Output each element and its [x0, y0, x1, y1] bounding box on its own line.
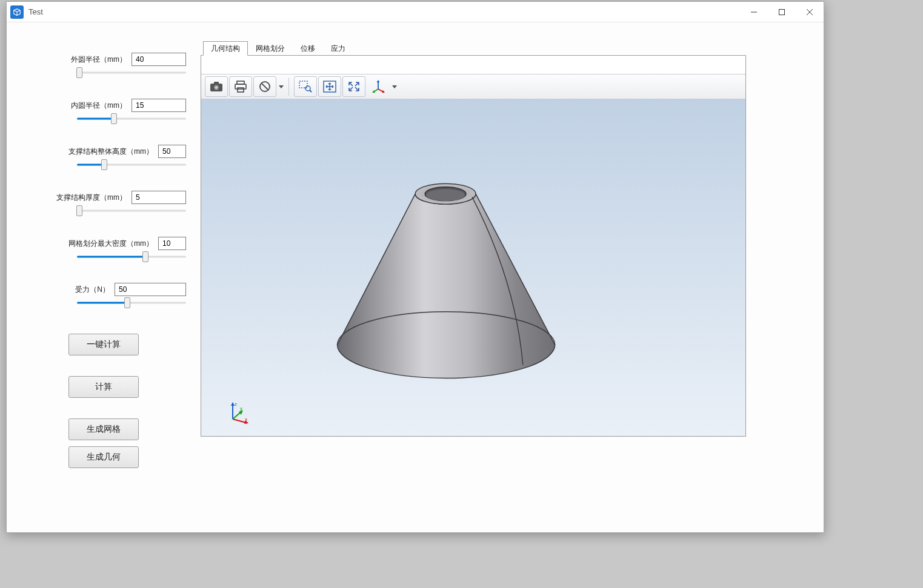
svg-rect-10	[238, 88, 244, 92]
force-input[interactable]	[115, 283, 186, 296]
compute-button[interactable]: 计算	[68, 376, 139, 398]
svg-line-15	[310, 90, 312, 92]
print-icon[interactable]	[229, 76, 252, 97]
titlebar: Test	[7, 2, 824, 22]
app-window: Test 外圆半径（mm）	[6, 1, 824, 533]
toolbar-separator	[288, 78, 289, 96]
axis-y-label: y	[240, 406, 242, 411]
svg-line-25	[233, 419, 246, 423]
svg-rect-5	[214, 82, 219, 84]
minimize-button[interactable]	[740, 2, 768, 22]
maximize-button[interactable]	[768, 2, 796, 22]
thickness-input[interactable]	[132, 191, 186, 204]
geometry-cone-side	[338, 194, 555, 378]
inner-radius-input[interactable]	[132, 99, 186, 112]
sidebar-buttons: 一键计算 计算 生成网格 生成几何	[21, 334, 186, 468]
total-height-input[interactable]	[158, 145, 186, 158]
param-label: 内圆半径（mm）	[71, 101, 127, 111]
3d-viewport[interactable]: z x y	[201, 99, 745, 436]
tab-displacement[interactable]: 位移	[293, 41, 323, 56]
mesh-density-input[interactable]	[158, 237, 186, 250]
viewer-toolbar	[201, 74, 745, 99]
param-label: 支撑结构厚度（mm）	[56, 193, 127, 203]
camera-icon[interactable]	[205, 76, 228, 97]
generate-geometry-button[interactable]: 生成几何	[68, 446, 139, 468]
axes-dropdown[interactable]	[367, 76, 397, 97]
chevron-down-icon	[279, 85, 284, 88]
param-inner-radius: 内圆半径（mm）	[21, 99, 186, 123]
thickness-slider[interactable]	[77, 206, 186, 215]
reset-view-icon[interactable]	[342, 76, 365, 97]
app-icon	[10, 5, 24, 19]
svg-point-7	[215, 86, 218, 89]
force-slider[interactable]	[77, 299, 186, 307]
param-label: 网格划分最大密度（mm）	[68, 239, 153, 249]
axis-triad: z x y	[227, 401, 251, 425]
close-button[interactable]	[796, 2, 824, 22]
tabs: 几何结构 网格划分 位移 应力	[201, 41, 824, 55]
axis-z-label: z	[235, 401, 237, 407]
param-force: 受力（N）	[21, 283, 186, 307]
zoom-select-icon[interactable]	[294, 76, 317, 97]
inner-radius-slider[interactable]	[77, 114, 186, 123]
generate-mesh-button[interactable]: 生成网格	[68, 418, 139, 440]
axis-x-label: x	[245, 417, 247, 422]
tab-stress[interactable]: 应力	[323, 41, 353, 56]
forbidden-dropdown[interactable]	[253, 76, 284, 97]
window-title: Test	[28, 7, 43, 16]
main-panel: 几何结构 网格划分 位移 应力	[201, 22, 824, 532]
chevron-down-icon	[392, 85, 397, 88]
param-label: 受力（N）	[75, 285, 110, 295]
param-total-height: 支撑结构整体高度（mm）	[21, 145, 186, 169]
sidebar: 外圆半径（mm） 内圆半径（mm）	[7, 22, 201, 532]
param-outer-radius: 外圆半径（mm）	[21, 53, 186, 77]
tab-mesh[interactable]: 网格划分	[248, 41, 293, 56]
one-click-compute-button[interactable]: 一键计算	[68, 334, 139, 355]
svg-line-12	[262, 84, 268, 90]
mesh-density-slider[interactable]	[77, 253, 186, 261]
fit-view-icon[interactable]	[318, 76, 341, 97]
outer-radius-slider[interactable]	[77, 68, 186, 77]
svg-marker-18	[377, 80, 380, 82]
param-mesh-density: 网格划分最大密度（mm）	[21, 237, 186, 261]
total-height-slider[interactable]	[77, 160, 186, 169]
svg-rect-9	[235, 84, 246, 89]
svg-point-14	[305, 86, 310, 91]
param-thickness: 支撑结构厚度（mm）	[21, 191, 186, 215]
tab-geometry[interactable]: 几何结构	[203, 41, 248, 56]
viewer-frame: z x y	[201, 55, 746, 437]
param-label: 外圆半径（mm）	[71, 55, 127, 65]
param-label: 支撑结构整体高度（mm）	[68, 147, 153, 157]
outer-radius-input[interactable]	[132, 53, 186, 66]
geometry-hole-shade	[426, 189, 465, 201]
svg-rect-1	[779, 9, 785, 15]
